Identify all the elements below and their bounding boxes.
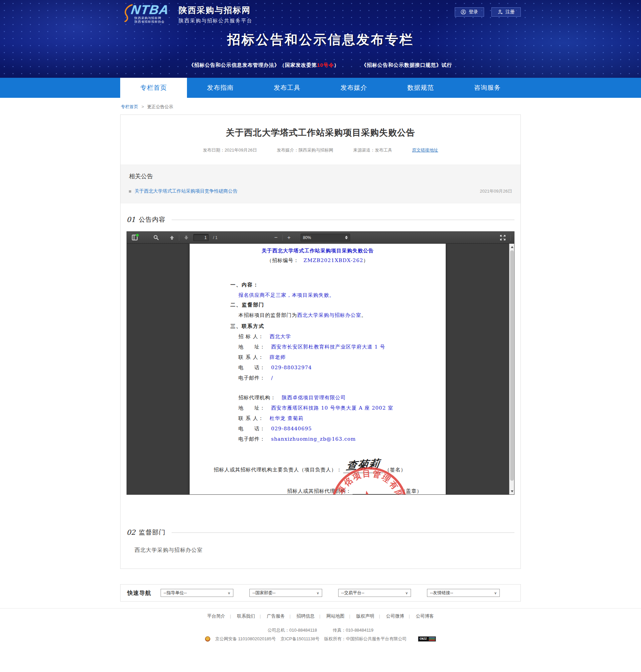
footer-link-platform-intro[interactable]: 平台简介 [207, 614, 226, 619]
page-number-input[interactable] [193, 234, 209, 241]
original-link[interactable]: 原文链接地址 [412, 148, 438, 153]
footer-separator: | [289, 614, 291, 619]
section-01-title: 公告内容 [139, 215, 166, 224]
section-01-number: 01 [126, 216, 136, 224]
banner-link-dataspec[interactable]: 《招标公告和公示数据接口规范》试行 [362, 62, 452, 68]
footer-separator: | [379, 614, 380, 619]
related-list-item: 关于西北大学塔式工作站采购项目竞争性磋商公告 2021年09月26日 [129, 188, 512, 194]
footer-link-copyright-notice[interactable]: 版权声明 [356, 614, 374, 619]
row-value: 西北大学 [270, 333, 291, 340]
footer-link-ad-service[interactable]: 广告服务 [267, 614, 285, 619]
doc-paragraph-1: 报名供应商不足三家，本项目采购失败。 [238, 292, 446, 299]
banner-link-regulation[interactable]: 《招标公告和公示信息发布管理办法》（国家发改委第10号令） [189, 62, 339, 68]
site-logo[interactable]: NTBA 陕西采购与招标网 陕西省招标投标协会 陕西采购与招标网 陕西采购与招标… [122, 3, 253, 24]
tenderer-row-email: 电子邮件：/ [238, 375, 446, 381]
page-total-label: / 1 [213, 235, 217, 240]
footer-separator: | [230, 614, 231, 619]
police-badge-icon [205, 636, 210, 642]
pdf-scrollbar[interactable] [509, 244, 514, 494]
footer-phone-value: 010-88484118 [289, 628, 317, 633]
nav-tab-publish-media[interactable]: 发布媒介 [320, 78, 387, 98]
section-01-divider [172, 220, 515, 220]
zoom-level-select[interactable]: 80% [301, 234, 350, 241]
row-label: 招 标 人： [238, 333, 264, 340]
row-value: 薛老师 [270, 354, 286, 360]
footer-separator: | [349, 614, 351, 619]
login-person-icon [461, 9, 466, 15]
search-button[interactable] [152, 233, 160, 242]
footer-icp-record[interactable]: 京ICP备15011138号 [281, 636, 319, 642]
meta-media-value: 陕西采购与招标网 [299, 148, 333, 153]
article-title: 关于西北大学塔式工作站采购项目采购失败公告 [134, 127, 507, 139]
login-button[interactable]: 登录 [455, 7, 484, 17]
row-label: 电子邮件： [238, 375, 265, 381]
related-title: 相关公告 [129, 172, 512, 180]
meta-publish-media: 发布媒介：陕西采购与招标网 [277, 148, 333, 153]
fullscreen-button[interactable] [499, 233, 507, 242]
toolbar-zoom-group: − + 80% [272, 234, 350, 241]
footer-fax-value: 010-88484119 [346, 628, 373, 633]
select-state-ministry[interactable]: --国家部委--∨ [249, 589, 322, 597]
footer-link-jobs[interactable]: 招聘信息 [297, 614, 314, 619]
nav-tab-publish-tool[interactable]: 发布工具 [254, 78, 320, 98]
footer-link-contact-us[interactable]: 联系我们 [237, 614, 255, 619]
scrollbar-thumb[interactable] [510, 250, 514, 481]
tenderer-row-address: 地 址：西安市长安区郭杜教育科技产业区学府大道 1 号 [238, 344, 446, 350]
select-guidance-unit[interactable]: --指导单位--∨ [161, 589, 233, 597]
section-header-01: 01 公告内容 [126, 215, 515, 224]
row-label: 招标代理机构： [238, 395, 276, 401]
toolbar-separator [179, 235, 179, 241]
page-up-button[interactable] [167, 233, 176, 242]
doc-heading-3: 三、联系方式 [230, 323, 446, 329]
doc-ref-code: ZMZB2021XBDX-262 [303, 257, 363, 263]
supervision-department-value: 西北大学采购与招标办公室 [135, 547, 520, 554]
scroll-up-arrow[interactable] [509, 244, 514, 249]
footer-link-blog[interactable]: 公司博客 [415, 614, 434, 619]
logo-mark: NTBA 陕西采购与招标网 陕西省招标投标协会 [122, 3, 175, 22]
breadcrumb-home-link[interactable]: 专栏首页 [121, 104, 138, 109]
related-announcement-link[interactable]: 关于西北大学塔式工作站采购项目竞争性磋商公告 [135, 188, 237, 194]
row-value: 029-88440695 [271, 426, 312, 432]
zoom-out-button[interactable]: − [272, 234, 280, 241]
nav-tab-home[interactable]: 专栏首页 [120, 78, 187, 98]
nav-tab-publish-guide[interactable]: 发布指南 [187, 78, 254, 98]
footer-separator: | [409, 614, 410, 619]
meta-date-label: 发布日期： [203, 148, 225, 153]
select-caret-icon: ∨ [405, 591, 408, 595]
meta-media-label: 发布媒介： [277, 148, 299, 153]
select-guidance-unit-value: --指导单位-- [164, 590, 187, 596]
footer-link-weibo[interactable]: 公司微博 [386, 614, 404, 619]
pdf-page: 关于西北大学塔式工作站采购项目采购失败公告 （招标编号：ZMZB2021XBDX… [190, 244, 446, 494]
cnzz-badge[interactable]: CNZZ [418, 636, 436, 642]
breadcrumb-current: 更正公告公示 [147, 104, 173, 109]
footer-link-sitemap[interactable]: 网站地图 [327, 614, 344, 619]
register-button[interactable]: 注册 [491, 7, 521, 17]
breadcrumb-separator: > [141, 104, 144, 109]
footer-separator: | [319, 614, 320, 619]
cnzz-stripes-icon [428, 636, 436, 641]
site-header: NTBA 陕西采购与招标网 陕西省招标投标协会 陕西采购与招标网 陕西采购与招标… [0, 0, 641, 78]
row-label: 地 址： [238, 405, 265, 411]
select-state-ministry-value: --国家部委-- [253, 590, 275, 596]
select-friend-links[interactable]: --友情链接--∨ [427, 589, 500, 597]
banner-link1-red: 10号令 [317, 62, 334, 68]
tenderer-row-contact: 联 系 人：薛老师 [238, 354, 446, 360]
nav-tab-consult[interactable]: 咨询服务 [454, 78, 521, 98]
select-trading-platform[interactable]: --交易平台--∨ [338, 589, 411, 597]
row-value: 029-88032974 [271, 365, 312, 371]
select-friend-links-value: --友情链接-- [430, 590, 453, 596]
login-label: 登录 [469, 9, 478, 15]
footer-police-record: 京公网安备 11010802020185号 [215, 636, 276, 642]
logo-small-text-2: 陕西省招标投标协会 [135, 20, 165, 24]
doc-heading-2: 二、监督部门 [230, 302, 446, 308]
doc-heading-1: 一、内容： [230, 282, 446, 288]
zoom-in-button[interactable]: + [285, 234, 293, 241]
sidebar-toggle-button[interactable] [130, 233, 139, 242]
scroll-down-arrow[interactable] [509, 489, 514, 494]
page-down-button[interactable] [182, 233, 191, 242]
section-02-title: 监督部门 [139, 528, 166, 537]
doc-p2-pre: 本招标项目的监督部门为 [238, 312, 297, 318]
article-head: 关于西北大学塔式工作站采购项目采购失败公告 发布日期：2021年09月26日 发… [121, 115, 520, 165]
nav-tab-data-spec[interactable]: 数据规范 [387, 78, 454, 98]
site-footer: 平台简介| 联系我们| 广告服务| 招聘信息| 网站地图| 版权声明| 公司微博… [0, 608, 641, 642]
